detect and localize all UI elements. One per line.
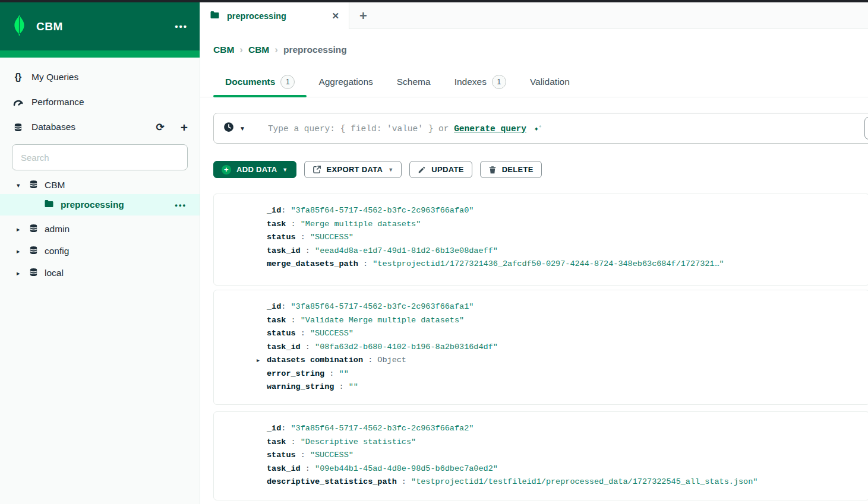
sidebar-item-my-queries[interactable]: {} My Queries bbox=[0, 65, 200, 90]
tree-database-cbm[interactable]: ▾ CBM bbox=[0, 176, 200, 194]
database-icon bbox=[29, 246, 38, 257]
document-card[interactable]: _id: "3fa85f64-5717-4562-b3fc-2c963f66af… bbox=[213, 290, 868, 405]
field-value: Object bbox=[377, 356, 406, 364]
collection-menu-icon[interactable]: ••• bbox=[175, 201, 187, 210]
breadcrumb-database[interactable]: CBM bbox=[248, 45, 269, 55]
connection-menu-icon[interactable]: ••• bbox=[175, 21, 188, 31]
indexes-count-badge: 1 bbox=[492, 75, 506, 89]
close-icon[interactable]: ✕ bbox=[332, 11, 339, 21]
document-field-row[interactable]: merge_datasets_path : "testprojectid1/17… bbox=[214, 258, 868, 271]
new-tab-button[interactable]: + bbox=[359, 8, 367, 24]
database-name: admin bbox=[45, 224, 70, 234]
workspace-tab-preprocessing[interactable]: preprocessing ✕ bbox=[200, 2, 349, 29]
field-value: "3fa85f64-5717-4562-b3fc-2c963f66afa0" bbox=[291, 206, 474, 215]
mongodb-leaf-icon bbox=[12, 15, 27, 39]
chevron-right-icon[interactable]: ▸ bbox=[17, 248, 23, 255]
tab-indexes[interactable]: Indexes 1 bbox=[443, 66, 518, 97]
sidebar-search[interactable] bbox=[12, 144, 188, 170]
plus-circle-icon: + bbox=[222, 165, 231, 175]
curly-braces-icon: {} bbox=[12, 72, 24, 83]
document-field-row[interactable]: task : "Descriptive statistics" bbox=[214, 436, 868, 449]
query-bar[interactable]: ▼ Type a query: { field: 'value' } or Ge… bbox=[213, 113, 868, 144]
sidebar-item-label: Databases bbox=[31, 122, 75, 132]
refresh-icon[interactable]: ⟳ bbox=[156, 121, 164, 134]
tab-label: Aggregations bbox=[318, 77, 373, 87]
tab-documents[interactable]: Documents 1 bbox=[213, 66, 307, 97]
document-field-row[interactable]: _id: "3fa85f64-5717-4562-b3fc-2c963f66af… bbox=[214, 204, 868, 218]
database-name: config bbox=[45, 246, 69, 256]
sidebar-item-performance[interactable]: Performance bbox=[0, 90, 200, 115]
button-label: UPDATE bbox=[431, 165, 463, 174]
delete-button[interactable]: DELETE bbox=[480, 161, 542, 178]
document-card[interactable]: _id: "3fa85f64-5717-4562-b3fc-2c963f66af… bbox=[213, 411, 868, 500]
field-key: status bbox=[267, 451, 296, 459]
field-separator: : bbox=[358, 259, 373, 268]
field-key: _id bbox=[267, 206, 281, 215]
document-field-row[interactable]: ▸datasets combination : Object bbox=[214, 354, 868, 367]
document-field-row[interactable]: task_id : "09eb44b1-45ad-4d8e-98d5-b6dbe… bbox=[214, 462, 868, 476]
field-value: "Descriptive statistics" bbox=[301, 438, 416, 446]
generate-query-link[interactable]: Generate query bbox=[454, 124, 526, 134]
query-placeholder[interactable]: Type a query: { field: 'value' } or Gene… bbox=[268, 123, 542, 134]
chevron-down-icon: ▼ bbox=[282, 167, 288, 173]
field-value: "SUCCESS" bbox=[310, 451, 353, 459]
tab-aggregations[interactable]: Aggregations bbox=[307, 66, 384, 97]
field-separator: : bbox=[286, 220, 300, 229]
field-key: task_id bbox=[267, 464, 301, 473]
document-field-row[interactable]: task : "Validate Merge multiple datasets… bbox=[214, 314, 868, 328]
field-separator: : bbox=[363, 356, 377, 364]
document-field-row[interactable]: _id: "3fa85f64-5717-4562-b3fc-2c963f66af… bbox=[214, 422, 868, 436]
tree-collection-preprocessing[interactable]: preprocessing ••• bbox=[0, 194, 200, 215]
tree-database-admin[interactable]: ▸ admin bbox=[0, 220, 200, 238]
document-field-row[interactable]: task_id : "08fa63d2-b680-4102-b196-8a2b0… bbox=[214, 341, 868, 354]
field-key: merge_datasets_path bbox=[267, 259, 358, 268]
sidebar-item-databases[interactable]: Databases ⟳ + bbox=[0, 115, 200, 140]
document-field-row[interactable]: status : "SUCCESS" bbox=[214, 327, 868, 341]
field-separator: : bbox=[301, 343, 315, 351]
export-data-button[interactable]: EXPORT DATA ▼ bbox=[304, 161, 402, 178]
add-data-button[interactable]: + ADD DATA ▼ bbox=[213, 161, 296, 178]
document-field-row[interactable]: task : "Merge multiple datasets" bbox=[214, 218, 868, 232]
sparkle-icon: ✦✧ bbox=[529, 124, 542, 134]
document-field-row[interactable]: status : "SUCCESS" bbox=[214, 449, 868, 462]
document-field-row[interactable]: warning_string : "" bbox=[214, 381, 868, 394]
chevron-right-icon: › bbox=[239, 44, 243, 56]
create-database-icon[interactable]: + bbox=[181, 121, 188, 134]
field-key: descriptive_statistics_path bbox=[267, 477, 397, 486]
document-field-row[interactable]: status : "SUCCESS" bbox=[214, 231, 868, 245]
documents-count-badge: 1 bbox=[280, 75, 295, 89]
breadcrumb-collection: preprocessing bbox=[283, 45, 347, 55]
chevron-down-icon[interactable]: ▾ bbox=[17, 182, 23, 189]
document-field-row[interactable]: error_string : "" bbox=[214, 367, 868, 381]
chevron-right-icon[interactable]: ▸ bbox=[17, 270, 23, 277]
expand-object-caret-icon[interactable]: ▸ bbox=[257, 354, 260, 367]
search-input[interactable] bbox=[21, 153, 179, 163]
field-value: "testprojectid1/1727321436_2afcdf50-0297… bbox=[373, 259, 724, 268]
query-bar-edge-button[interactable] bbox=[864, 117, 868, 140]
database-name: CBM bbox=[45, 180, 65, 191]
field-value: "eead4d8a-e1d7-49d1-81d2-6b13e08daeff" bbox=[315, 246, 498, 255]
folder-icon bbox=[210, 11, 220, 21]
field-separator: : bbox=[286, 316, 300, 325]
tab-validation[interactable]: Validation bbox=[518, 66, 582, 97]
tree-database-config[interactable]: ▸ config bbox=[0, 242, 200, 260]
tab-label: Validation bbox=[530, 77, 570, 87]
query-history-clock-icon[interactable] bbox=[223, 122, 234, 135]
document-field-row[interactable]: task_id : "eead4d8a-e1d7-49d1-81d2-6b13e… bbox=[214, 245, 868, 258]
field-value: "3fa85f64-5717-4562-b3fc-2c963f66afa2" bbox=[291, 424, 474, 433]
document-card[interactable]: _id: "3fa85f64-5717-4562-b3fc-2c963f66af… bbox=[213, 194, 868, 286]
field-key: _id bbox=[267, 302, 281, 311]
field-key: datasets combination bbox=[267, 356, 363, 364]
document-field-row[interactable]: _id: "3fa85f64-5717-4562-b3fc-2c963f66af… bbox=[214, 300, 868, 314]
chevron-down-icon[interactable]: ▼ bbox=[239, 125, 245, 132]
document-field-row[interactable]: descriptive_statistics_path : "testproje… bbox=[214, 476, 868, 489]
tree-database-local[interactable]: ▸ local bbox=[0, 264, 200, 282]
update-button[interactable]: UPDATE bbox=[409, 161, 472, 178]
workspace-tabstrip: preprocessing ✕ + bbox=[200, 2, 868, 29]
breadcrumb-connection[interactable]: CBM bbox=[213, 45, 234, 55]
chevron-right-icon[interactable]: ▸ bbox=[17, 226, 23, 233]
crud-toolbar: + ADD DATA ▼ EXPORT DATA ▼ UPDATE DELETE bbox=[213, 161, 542, 178]
workspace-tab-label: preprocessing bbox=[227, 11, 324, 21]
sidebar-nav: {} My Queries Performance Databases bbox=[0, 58, 200, 140]
tab-schema[interactable]: Schema bbox=[385, 66, 443, 97]
